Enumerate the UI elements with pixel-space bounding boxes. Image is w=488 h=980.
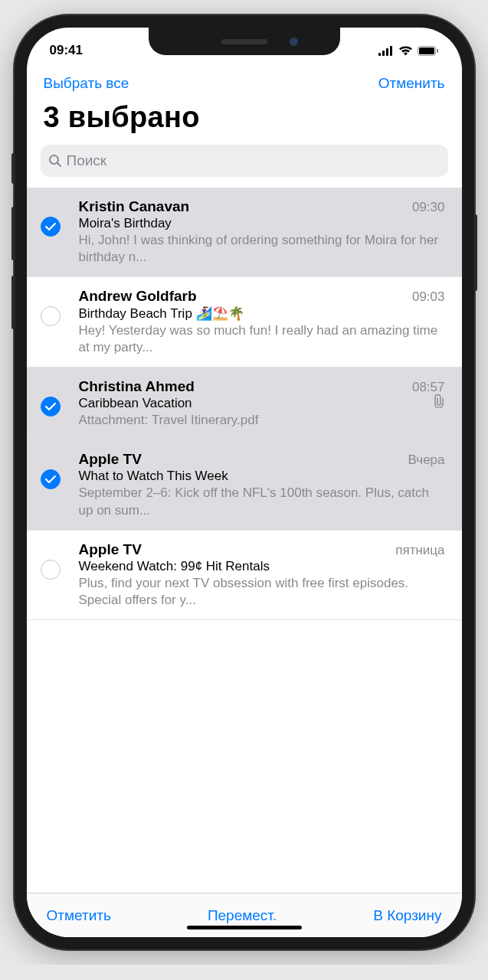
mark-button[interactable]: Отметить bbox=[47, 907, 111, 924]
mail-sender: Christina Ahmed bbox=[79, 378, 195, 395]
cancel-button[interactable]: Отменить bbox=[378, 75, 445, 92]
mute-switch bbox=[11, 153, 15, 184]
mail-subject: What to Watch This Week bbox=[79, 469, 445, 484]
mail-sender: Kristin Canavan bbox=[79, 198, 190, 215]
selection-checkbox[interactable] bbox=[41, 306, 61, 326]
speaker-grille bbox=[221, 39, 267, 44]
mail-subject: Birthday Beach Trip 🏄‍♀️⛱️🌴 bbox=[79, 305, 445, 322]
mail-row[interactable]: Andrew Goldfarb09:03Birthday Beach Trip … bbox=[27, 277, 462, 368]
selection-checkbox[interactable] bbox=[41, 397, 61, 416]
volume-up-button bbox=[11, 207, 15, 260]
home-indicator[interactable] bbox=[187, 926, 302, 929]
mail-time: 09:30 bbox=[412, 200, 445, 215]
trash-button[interactable]: В Корзину bbox=[373, 907, 441, 924]
notch bbox=[149, 28, 340, 55]
mail-row[interactable]: Apple TVВчераWhat to Watch This WeekSept… bbox=[27, 440, 462, 530]
search-icon bbox=[48, 154, 62, 168]
svg-rect-2 bbox=[386, 48, 388, 56]
selection-checkbox[interactable] bbox=[41, 560, 61, 580]
mail-subject: Moira's Birthday bbox=[79, 216, 445, 231]
screen: 09:41 Выбрать все Отменить 3 выбрано bbox=[27, 28, 462, 937]
front-camera bbox=[290, 38, 298, 46]
svg-rect-0 bbox=[378, 53, 381, 56]
wifi-icon bbox=[398, 46, 413, 56]
mail-subject: Weekend Watch: 99¢ Hit Rentals bbox=[79, 559, 445, 574]
mail-row[interactable]: Apple TVпятницаWeekend Watch: 99¢ Hit Re… bbox=[27, 531, 462, 620]
mail-preview: Attachment: Travel Itinerary.pdf bbox=[79, 412, 445, 429]
svg-rect-6 bbox=[437, 49, 438, 53]
volume-down-button bbox=[11, 276, 15, 329]
phone-frame: 09:41 Выбрать все Отменить 3 выбрано bbox=[15, 15, 474, 949]
mail-time: 09:03 bbox=[412, 289, 445, 305]
move-button[interactable]: Перемест. bbox=[208, 907, 277, 924]
mail-sender: Apple TV bbox=[79, 541, 142, 558]
nav-bar: Выбрать все Отменить bbox=[27, 66, 462, 96]
power-button bbox=[473, 214, 477, 291]
svg-rect-1 bbox=[382, 51, 385, 56]
search-placeholder: Поиск bbox=[67, 152, 107, 169]
mail-preview: Hi, John! I was thinking of ordering som… bbox=[79, 232, 445, 266]
cellular-signal-icon bbox=[378, 46, 394, 56]
selection-checkbox[interactable] bbox=[41, 469, 61, 489]
mail-sender: Andrew Goldfarb bbox=[79, 288, 197, 305]
svg-rect-5 bbox=[419, 47, 434, 54]
mail-list[interactable]: Kristin Canavan09:30Moira's BirthdayHi, … bbox=[27, 188, 462, 893]
mail-preview: September 2–6: Kick off the NFL's 100th … bbox=[79, 485, 445, 518]
svg-rect-3 bbox=[390, 46, 392, 56]
mail-preview: Hey! Yesterday was so much fun! I really… bbox=[79, 322, 445, 356]
mail-row[interactable]: Kristin Canavan09:30Moira's BirthdayHi, … bbox=[27, 188, 462, 277]
search-input[interactable]: Поиск bbox=[41, 145, 448, 177]
attachment-icon bbox=[433, 394, 445, 411]
bottom-toolbar: Отметить Перемест. В Корзину bbox=[27, 893, 462, 937]
mail-time: Вчера bbox=[408, 452, 445, 468]
mail-row[interactable]: Christina Ahmed08:57Caribbean VacationAt… bbox=[27, 368, 462, 440]
battery-icon bbox=[418, 46, 439, 56]
mail-sender: Apple TV bbox=[79, 451, 142, 468]
page-title: 3 выбрано bbox=[44, 101, 445, 134]
mail-time: пятница bbox=[395, 543, 444, 558]
selection-checkbox[interactable] bbox=[41, 217, 61, 237]
status-time: 09:41 bbox=[50, 43, 83, 58]
svg-line-8 bbox=[57, 163, 61, 166]
mail-time: 08:57 bbox=[412, 380, 445, 395]
select-all-button[interactable]: Выбрать все bbox=[44, 75, 129, 92]
mail-preview: Plus, find your next TV obsession with f… bbox=[79, 575, 445, 609]
